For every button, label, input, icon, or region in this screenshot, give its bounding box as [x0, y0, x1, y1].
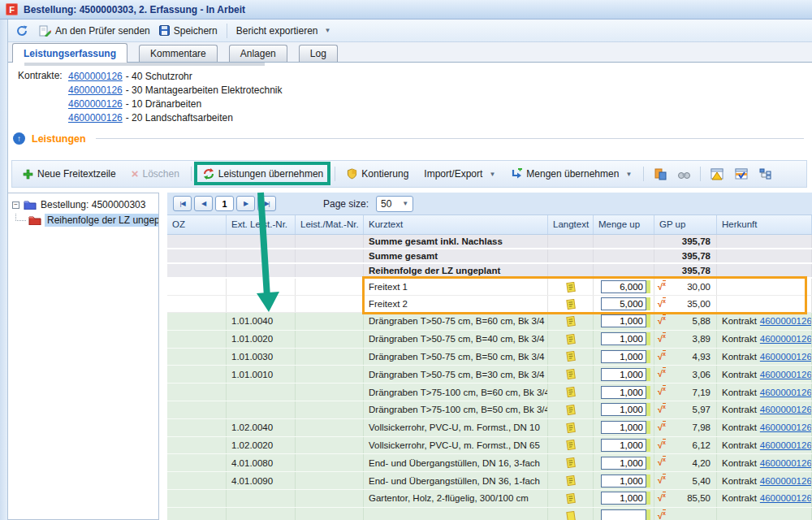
tab-leistungserfassung[interactable]: Leistungserfassung: [12, 43, 127, 63]
tree-node-reihenfolge[interactable]: Reihenfolge der LZ ungep: [8, 214, 158, 227]
table-check-button[interactable]: [732, 166, 749, 182]
formula-icon[interactable]: √x: [658, 440, 666, 450]
tab-kommentare[interactable]: Kommentare: [139, 45, 218, 62]
menge-input[interactable]: [601, 297, 646, 310]
langtext-note-icon[interactable]: [566, 457, 576, 468]
kontrakt-link[interactable]: 4600000126: [68, 98, 123, 110]
col-gp-up[interactable]: GP up: [654, 215, 717, 234]
formula-icon[interactable]: √x: [658, 368, 666, 379]
col-ext-leist-nr[interactable]: Ext. Leist.-Nr.: [227, 215, 296, 234]
col-leist-mat-nr[interactable]: Leist./Mat.-Nr.: [296, 215, 364, 234]
formula-icon[interactable]: √x: [658, 492, 666, 503]
validation-warnings-button[interactable]: [708, 166, 725, 182]
formula-icon[interactable]: √x: [658, 386, 666, 396]
kontrakt-link[interactable]: 4600000126: [68, 84, 123, 96]
formula-icon[interactable]: √x: [658, 422, 666, 432]
col-herkunft[interactable]: Herkunft: [717, 215, 812, 234]
freetext-row[interactable]: Freitext 1: [167, 279, 812, 296]
formula-icon[interactable]: √x: [658, 404, 666, 414]
formula-icon[interactable]: √x: [658, 281, 666, 292]
langtext-note-icon[interactable]: [566, 405, 576, 415]
adopt-services-button[interactable]: Leistungen übernehmen: [199, 166, 327, 182]
formula-icon[interactable]: √x: [658, 298, 666, 309]
menge-input[interactable]: [601, 280, 646, 293]
tab-log[interactable]: Log: [299, 45, 338, 62]
service-row[interactable]: 4.01.0080 End- und Übergangstüllen, DN 1…: [167, 454, 812, 472]
col-menge-up[interactable]: Menge up: [594, 215, 654, 234]
langtext-note-icon[interactable]: [566, 334, 576, 344]
herkunft-kontrakt-link[interactable]: 4600000126: [760, 476, 812, 486]
service-row[interactable]: 1.01.0010 Drängraben T>50-75 cm, B=30 cm…: [167, 366, 812, 384]
herkunft-kontrakt-link[interactable]: 4600000126: [760, 422, 812, 432]
page-size-select[interactable]: 50 ▼: [376, 196, 413, 212]
service-row[interactable]: 1.02.0020 Vollsickerrohr, PVC-U, m. Form…: [167, 437, 812, 455]
service-row[interactable]: Drängraben T>75-100 cm, B=50 cm, Bk 3/4: [167, 401, 812, 419]
herkunft-kontrakt-link[interactable]: 4600000126: [760, 352, 812, 362]
herkunft-kontrakt-link[interactable]: 4600000126: [760, 458, 812, 468]
menge-input[interactable]: [601, 403, 646, 416]
kontierung-button[interactable]: Kontierung: [343, 166, 412, 182]
service-row[interactable]: 1.01.0020 Drängraben T>50-75 cm, B=40 cm…: [167, 331, 812, 349]
langtext-note-icon[interactable]: [566, 351, 576, 362]
page-prev-button[interactable]: ◀: [194, 196, 213, 211]
service-row[interactable]: Drängraben T>75-100 cm, B=60 cm, Bk 3/4: [167, 384, 812, 401]
langtext-note-icon[interactable]: [566, 299, 576, 310]
page-next-button[interactable]: ▶: [236, 196, 255, 211]
formula-icon[interactable]: √x: [658, 351, 666, 362]
menge-input[interactable]: [601, 332, 646, 345]
langtext-note-icon[interactable]: [566, 369, 576, 379]
save-button[interactable]: Speichern: [159, 25, 218, 37]
tree-view-button[interactable]: [757, 166, 774, 182]
menge-input[interactable]: [601, 386, 646, 399]
adopt-quantities-button[interactable]: Mengen übernehmen ▼: [507, 166, 636, 182]
herkunft-kontrakt-link[interactable]: 4600000126: [760, 405, 812, 414]
service-row[interactable]: 1.01.0040 Drängraben T>50-75 cm, B=60 cm…: [167, 313, 812, 331]
view-button[interactable]: [676, 166, 693, 182]
menge-input[interactable]: [601, 421, 646, 434]
menge-input[interactable]: [601, 457, 646, 470]
tab-anlagen[interactable]: Anlagen: [229, 45, 287, 62]
langtext-note-icon[interactable]: [566, 493, 576, 504]
langtext-note-icon[interactable]: [566, 316, 576, 327]
menge-input[interactable]: [601, 368, 646, 381]
langtext-note-icon[interactable]: [566, 475, 576, 486]
copy-to-clipboard-button[interactable]: [651, 166, 668, 182]
collapse-icon[interactable]: −: [12, 202, 19, 209]
herkunft-kontrakt-link[interactable]: 4600000126: [760, 440, 812, 450]
kontrakt-link[interactable]: 4600000126: [68, 71, 123, 82]
tree-node-bestellung[interactable]: − Bestellung: 4500000303: [8, 193, 158, 210]
col-oz[interactable]: OZ: [167, 215, 227, 234]
formula-icon[interactable]: √x: [658, 315, 666, 326]
formula-icon[interactable]: √x: [658, 457, 666, 467]
herkunft-kontrakt-link[interactable]: 4600000126: [760, 493, 812, 503]
formula-icon[interactable]: √x: [658, 333, 666, 344]
menge-input[interactable]: [601, 492, 646, 505]
col-langtext[interactable]: Langtext: [548, 215, 594, 234]
langtext-note-icon[interactable]: [566, 422, 576, 433]
menge-input[interactable]: [601, 350, 646, 363]
service-row[interactable]: 4.01.0090 End- und Übergangstüllen, DN 3…: [167, 472, 812, 490]
herkunft-kontrakt-link[interactable]: 4600000126: [760, 334, 812, 344]
page-first-button[interactable]: |◀: [173, 196, 192, 211]
formula-icon[interactable]: √x: [658, 474, 666, 485]
service-row[interactable]: 1.01.0030 Drängraben T>50-75 cm, B=50 cm…: [167, 349, 812, 366]
menge-input[interactable]: [601, 509, 646, 520]
herkunft-kontrakt-link[interactable]: 4600000126: [760, 388, 812, 397]
freetext-row[interactable]: Freitext 2: [167, 296, 812, 313]
page-last-button[interactable]: ▶|: [257, 196, 276, 211]
formula-icon[interactable]: √x: [658, 510, 666, 520]
langtext-note-icon[interactable]: [566, 282, 576, 292]
menge-input[interactable]: [601, 474, 646, 488]
service-row[interactable]: Gartentor, Holz, 2-flügelig, 300/100 cm: [167, 490, 812, 508]
herkunft-kontrakt-link[interactable]: 4600000126: [760, 370, 812, 379]
import-export-button[interactable]: Import/Export ▼: [420, 166, 499, 182]
service-row-partial[interactable]: √x: [167, 508, 812, 520]
langtext-note-icon[interactable]: [566, 511, 576, 520]
send-to-reviewer-button[interactable]: An den Prüfer senden: [39, 25, 150, 37]
service-row[interactable]: 1.02.0040 Vollsickerrohr, PVC-U, m. Form…: [167, 419, 812, 437]
refresh-button[interactable]: [13, 23, 30, 39]
kontrakt-link[interactable]: 4600000126: [68, 112, 123, 124]
herkunft-kontrakt-link[interactable]: 4600000126: [760, 316, 812, 326]
langtext-note-icon[interactable]: [566, 387, 576, 397]
new-freetext-row-button[interactable]: Neue Freitextzeile: [19, 166, 120, 182]
